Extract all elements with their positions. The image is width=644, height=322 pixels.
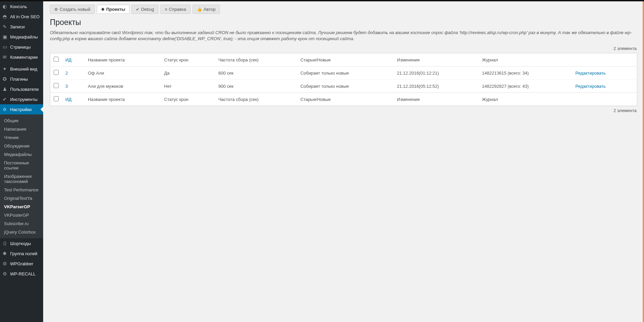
menu-item-b-3[interactable]: ⚙WP-RECALL bbox=[0, 269, 43, 279]
submenu-item[interactable]: jQuery Colorbox bbox=[0, 228, 43, 236]
select-all-checkbox-bottom[interactable] bbox=[54, 96, 59, 101]
sort-id-link-bottom[interactable]: ИД bbox=[65, 97, 71, 102]
row-cron: Нет bbox=[161, 80, 215, 93]
row-mode: Собирает только новые bbox=[297, 80, 393, 93]
menu-item-4[interactable]: ▭Страницы bbox=[0, 42, 43, 52]
submenu-item[interactable]: Изображения таксономий bbox=[0, 172, 43, 186]
submenu-item[interactable]: Общие bbox=[0, 116, 43, 125]
select-all-footer[interactable] bbox=[50, 93, 62, 106]
row-id-link[interactable]: 2 bbox=[65, 71, 68, 76]
tab-label: Справка bbox=[169, 7, 186, 12]
tab-3[interactable]: ≡Справка bbox=[160, 5, 191, 14]
row-checkbox[interactable] bbox=[54, 83, 59, 88]
tab-icon: ✸ bbox=[101, 7, 105, 12]
settings-submenu: ОбщиеНаписаниеЧтениеОбсуждениеМедиафайлы… bbox=[0, 114, 43, 238]
row-name: Али для мужиков bbox=[85, 80, 161, 93]
row-changes: 21.12.2016(05:12:52) bbox=[393, 80, 478, 93]
tab-label: Debug bbox=[141, 7, 154, 12]
submenu-item[interactable]: Написание bbox=[0, 125, 43, 133]
menu-icon: ✎ bbox=[1, 24, 8, 29]
item-count-bottom: 2 элемента bbox=[51, 108, 637, 113]
row-name: Оф Али bbox=[85, 66, 161, 80]
row-checkbox[interactable] bbox=[54, 70, 59, 75]
menu-item-2[interactable]: ✎Записи bbox=[0, 22, 43, 32]
menu-icon: ◐ bbox=[1, 4, 8, 9]
menu-icon: ✉ bbox=[1, 54, 8, 60]
select-all-header[interactable] bbox=[50, 53, 62, 66]
menu-item-1[interactable]: ◓All in One SEO bbox=[0, 11, 43, 22]
tab-label: Автор bbox=[204, 7, 216, 12]
col-name: Название проекта bbox=[85, 53, 161, 66]
submenu-item[interactable]: Subscribe.ru bbox=[0, 219, 43, 228]
menu-label: Инструменты bbox=[10, 97, 37, 102]
submenu-item[interactable]: Обсуждение bbox=[0, 142, 43, 150]
menu-icon: ▭ bbox=[1, 44, 8, 50]
tab-1[interactable]: ✸Проекты bbox=[97, 5, 129, 14]
menu-item-0[interactable]: ◐Консоль bbox=[0, 1, 43, 11]
tab-0[interactable]: ⚙Создать новый bbox=[50, 5, 95, 14]
menu-icon: ◓ bbox=[1, 14, 8, 19]
menu-icon: ✱ bbox=[1, 251, 8, 256]
submenu-item[interactable]: Test Performance bbox=[0, 186, 43, 194]
submenu-item[interactable]: Чтение bbox=[0, 133, 43, 142]
menu-item-8[interactable]: ♟Пользователи bbox=[0, 84, 43, 94]
menu-label: Комментарии bbox=[10, 55, 38, 60]
table-row: 2Оф АлиДа600 секСобирает только новые21.… bbox=[50, 66, 637, 80]
menu-item-9[interactable]: ✔Инструменты bbox=[0, 94, 43, 104]
menu-icon: ♟ bbox=[1, 86, 8, 92]
row-mode: Собирает только новые bbox=[297, 66, 393, 80]
tab-icon: 👍 bbox=[197, 7, 202, 12]
menu-item-b-0[interactable]: ⟨⟩Шорткоды bbox=[0, 238, 43, 248]
menu-label: Настройки bbox=[10, 107, 32, 112]
menu-item-b-1[interactable]: ✱Группа полей bbox=[0, 248, 43, 259]
select-all-checkbox[interactable] bbox=[54, 57, 59, 62]
menu-label: Страницы bbox=[10, 45, 31, 50]
tab-4[interactable]: 👍Автор bbox=[193, 5, 220, 14]
col-cron: Статус крон bbox=[161, 53, 215, 66]
menu-item-6[interactable]: ✦Внешний вид bbox=[0, 64, 43, 74]
submenu-item[interactable]: VKPosterGP bbox=[0, 211, 43, 219]
menu-icon: ✪ bbox=[1, 76, 8, 82]
menu-label: Плагины bbox=[10, 77, 28, 82]
item-count-top: 2 элемента bbox=[51, 46, 637, 51]
row-freq: 600 сек bbox=[215, 66, 297, 80]
row-id-link[interactable]: 3 bbox=[65, 84, 68, 89]
menu-icon: ⚙ bbox=[1, 271, 8, 276]
tab-icon: ⚙ bbox=[54, 7, 58, 12]
menu-item-b-2[interactable]: ⚙WPGrabber bbox=[0, 259, 43, 269]
submenu-item[interactable]: Постоянные ссылки bbox=[0, 159, 43, 172]
menu-item-7[interactable]: ✪Плагины bbox=[0, 74, 43, 84]
menu-label: Пользователи bbox=[10, 87, 39, 92]
col-id: ИД bbox=[62, 53, 85, 66]
menu-item-10[interactable]: ⛭Настройки bbox=[0, 104, 43, 114]
main-content: ⚙Создать новый✸Проекты✔Debug≡Справка👍Авт… bbox=[43, 1, 644, 322]
sort-id-link[interactable]: ИД bbox=[65, 57, 71, 62]
edit-link[interactable]: Редактировать bbox=[576, 84, 606, 89]
tab-icon: ≡ bbox=[165, 7, 167, 12]
col-actions bbox=[572, 53, 637, 66]
menu-label: All in One SEO bbox=[10, 14, 39, 19]
edit-link[interactable]: Редактировать bbox=[576, 71, 606, 76]
submenu-item[interactable]: Медиафайлы bbox=[0, 150, 43, 159]
tab-2[interactable]: ✔Debug bbox=[131, 5, 158, 14]
col-mode: Старые/Новые bbox=[297, 53, 393, 66]
row-log: 1482213615 (всего: 34) bbox=[479, 66, 572, 80]
row-log: 1482292827 (всего: 43) bbox=[479, 80, 572, 93]
menu-label: WPGrabber bbox=[10, 261, 33, 266]
menu-icon: ✦ bbox=[1, 66, 8, 72]
menu-label: WP-RECALL bbox=[10, 271, 36, 276]
row-cron: Да bbox=[161, 66, 215, 80]
submenu-item[interactable]: VKParserGP bbox=[0, 203, 43, 211]
projects-table: ИД Название проекта Статус крон Частота … bbox=[50, 53, 637, 106]
menu-icon: ✔ bbox=[1, 97, 8, 102]
menu-label: Медиафайлы bbox=[10, 34, 38, 39]
tab-label: Проекты bbox=[106, 7, 125, 12]
page-subtitle: Обязательно настраивайте свой Wordpress … bbox=[50, 30, 637, 42]
menu-item-5[interactable]: ✉Комментарии bbox=[0, 52, 43, 62]
right-edge-strip bbox=[643, 1, 644, 322]
submenu-item[interactable]: OriginalTextYa bbox=[0, 194, 43, 203]
admin-sidebar: ◐Консоль◓All in One SEO✎Записи▣Медиафайл… bbox=[0, 1, 43, 322]
menu-item-3[interactable]: ▣Медиафайлы bbox=[0, 32, 43, 42]
tab-bar: ⚙Создать новый✸Проекты✔Debug≡Справка👍Авт… bbox=[50, 5, 637, 14]
tab-label: Создать новый bbox=[60, 7, 90, 12]
